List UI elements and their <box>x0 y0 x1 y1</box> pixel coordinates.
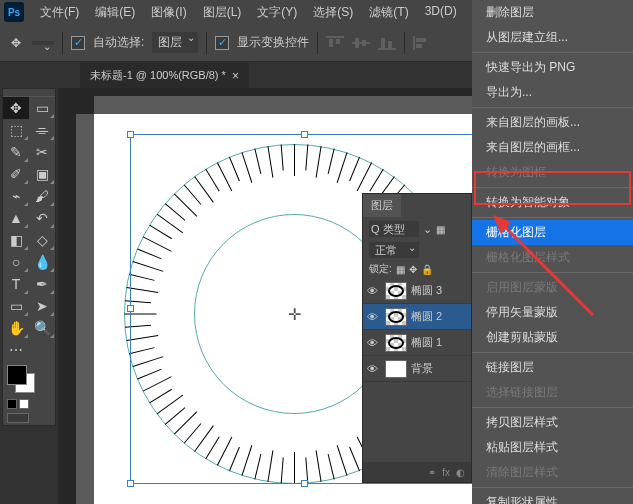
app-logo: Ps <box>4 2 24 22</box>
layers-panel-footer: ⚭ fx ◐ <box>363 462 471 482</box>
context-menu-item[interactable]: 来自图层的画框... <box>472 135 633 160</box>
tool-preset-dropdown[interactable] <box>32 41 54 45</box>
layer-context-menu: 删除图层从图层建立组...快速导出为 PNG导出为...来自图层的画板...来自… <box>472 0 633 504</box>
link-layers-icon[interactable]: ⚭ <box>428 467 436 478</box>
context-menu-item[interactable]: 来自图层的画板... <box>472 110 633 135</box>
menu-item[interactable]: 图像(I) <box>143 4 194 21</box>
menu-item[interactable]: 文件(F) <box>32 4 87 21</box>
artboard-tool[interactable]: ▭ <box>29 97 55 119</box>
align-top-icon[interactable] <box>326 36 344 50</box>
context-menu-item[interactable]: 栅格化图层 <box>472 220 633 245</box>
context-menu-item[interactable]: 链接图层 <box>472 355 633 380</box>
quick-mask-icon[interactable] <box>7 399 17 409</box>
screen-mode-toggle[interactable] <box>7 413 29 423</box>
context-menu-item[interactable]: 导出为... <box>472 80 633 105</box>
menu-item[interactable]: 3D(D) <box>417 4 465 21</box>
transform-handle[interactable] <box>127 480 134 487</box>
menu-item[interactable]: 文字(Y) <box>249 4 305 21</box>
hand-tool[interactable]: ✋ <box>3 317 29 339</box>
dodge-tool[interactable]: ○ <box>3 251 29 273</box>
lock-all-icon[interactable]: 🔒 <box>421 264 433 275</box>
context-menu-item[interactable]: 停用矢量蒙版 <box>472 300 633 325</box>
layer-filter-input[interactable] <box>369 221 419 237</box>
context-menu-item[interactable]: 从图层建立组... <box>472 25 633 50</box>
frame-tool[interactable]: ▣ <box>29 163 55 185</box>
panel-grabber[interactable] <box>3 89 55 97</box>
show-transform-checkbox[interactable] <box>215 36 229 50</box>
edit-toolbar[interactable]: ⋯ <box>3 339 29 361</box>
move-tool[interactable]: ✥ <box>3 97 29 119</box>
align-vcenter-icon[interactable] <box>352 36 370 50</box>
menu-item[interactable]: 滤镜(T) <box>361 4 416 21</box>
transform-handle[interactable] <box>127 305 134 312</box>
layer-row[interactable]: 👁 背景 <box>363 356 471 382</box>
ruler-horizontal[interactable] <box>94 96 494 114</box>
svg-rect-9 <box>413 36 415 50</box>
foreground-color[interactable] <box>7 365 27 385</box>
pen-tool[interactable]: ✒ <box>29 273 55 295</box>
mask-icon[interactable]: ◐ <box>456 467 465 478</box>
align-bottom-icon[interactable] <box>378 36 396 50</box>
brush-healing-tool[interactable]: ⌁ <box>3 185 29 207</box>
zoom-tool[interactable]: 🔍 <box>29 317 55 339</box>
transform-center-icon[interactable]: ✛ <box>288 305 301 324</box>
transform-handle[interactable] <box>127 131 134 138</box>
crop-tool[interactable]: ✂ <box>29 141 55 163</box>
layer-thumbnail[interactable] <box>385 360 407 378</box>
context-menu-item: 选择链接图层 <box>472 380 633 405</box>
close-tab-icon[interactable]: × <box>232 69 239 83</box>
lock-label: 锁定: <box>369 262 392 276</box>
brush-tool[interactable]: 🖌 <box>29 185 55 207</box>
visibility-toggle-icon[interactable]: 👁 <box>367 285 381 297</box>
visibility-toggle-icon[interactable]: 👁 <box>367 337 381 349</box>
context-menu-item[interactable]: 删除图层 <box>472 0 633 25</box>
color-swatches[interactable] <box>3 361 55 397</box>
lock-position-icon[interactable]: ✥ <box>409 264 417 275</box>
gradient-tool[interactable]: ◧ <box>3 229 29 251</box>
svg-rect-11 <box>416 44 422 48</box>
context-menu-item[interactable]: 粘贴图层样式 <box>472 435 633 460</box>
marquee-tool[interactable]: ⬚ <box>3 119 29 141</box>
context-menu-item[interactable]: 快速导出为 PNG <box>472 55 633 80</box>
lasso-tool[interactable]: ⌯ <box>29 119 55 141</box>
type-tool[interactable]: T <box>3 273 29 295</box>
screen-mode-icon[interactable] <box>19 399 29 409</box>
path-select-tool[interactable]: ➤ <box>29 295 55 317</box>
layer-thumbnail[interactable] <box>385 282 407 300</box>
context-menu-item[interactable]: 拷贝图层样式 <box>472 410 633 435</box>
layer-row[interactable]: 👁 椭圆 1 <box>363 330 471 356</box>
layer-thumbnail[interactable] <box>385 308 407 326</box>
context-menu-item[interactable]: 转换为智能对象 <box>472 190 633 215</box>
menu-item[interactable]: 图层(L) <box>195 4 250 21</box>
layer-row[interactable]: 👁 椭圆 3 <box>363 278 471 304</box>
filter-image-icon[interactable]: ▦ <box>436 224 445 235</box>
visibility-toggle-icon[interactable]: 👁 <box>367 311 381 323</box>
layer-row[interactable]: 👁 椭圆 2 <box>363 304 471 330</box>
auto-select-mode-dropdown[interactable]: 图层 <box>152 32 198 53</box>
menu-item[interactable]: 选择(S) <box>305 4 361 21</box>
blur-tool[interactable]: 💧 <box>29 251 55 273</box>
svg-rect-5 <box>362 40 366 46</box>
history-brush-tool[interactable]: ↶ <box>29 207 55 229</box>
stamp-tool[interactable]: ▲ <box>3 207 29 229</box>
transform-handle[interactable] <box>301 131 308 138</box>
visibility-toggle-icon[interactable]: 👁 <box>367 363 381 375</box>
ruler-vertical[interactable] <box>76 114 94 504</box>
auto-select-checkbox[interactable] <box>71 36 85 50</box>
align-left-icon[interactable] <box>413 36 431 50</box>
document-tab[interactable]: 未标题-1 @ 100%(RGB/8) * × <box>80 63 249 88</box>
layer-thumbnail[interactable] <box>385 334 407 352</box>
filter-dropdown-icon[interactable]: ⌄ <box>423 223 432 236</box>
eyedropper-tool[interactable]: ✐ <box>3 163 29 185</box>
context-menu-item[interactable]: 复制形状属性 <box>472 490 633 504</box>
shape-tool[interactable]: ▭ <box>3 295 29 317</box>
lock-pixels-icon[interactable]: ▦ <box>396 264 405 275</box>
transform-handle[interactable] <box>301 480 308 487</box>
menu-item[interactable]: 编辑(E) <box>87 4 143 21</box>
fx-icon[interactable]: fx <box>442 467 450 478</box>
layers-panel-tab[interactable]: 图层 <box>363 194 401 217</box>
context-menu-item[interactable]: 创建剪贴蒙版 <box>472 325 633 350</box>
eraser-tool[interactable]: ◇ <box>29 229 55 251</box>
quick-select-tool[interactable]: ✎ <box>3 141 29 163</box>
blend-mode-dropdown[interactable]: 正常 <box>369 242 419 258</box>
